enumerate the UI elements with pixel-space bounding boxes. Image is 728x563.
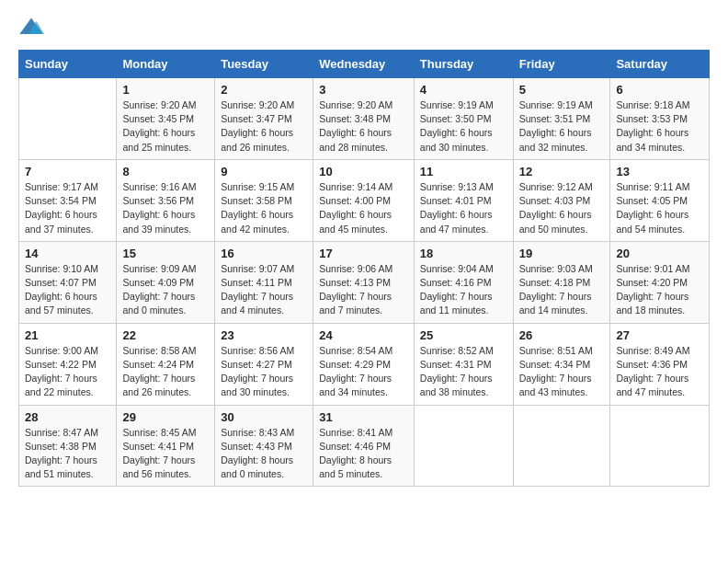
calendar-cell: 30Sunrise: 8:43 AMSunset: 4:43 PMDayligh…	[215, 405, 313, 487]
day-number: 18	[420, 247, 507, 260]
weekday-header-thursday: Thursday	[414, 51, 513, 78]
day-info: Sunrise: 9:07 AMSunset: 4:11 PMDaylight:…	[221, 262, 307, 318]
day-info: Sunrise: 8:45 AMSunset: 4:41 PMDaylight:…	[122, 426, 209, 482]
calendar-cell: 5Sunrise: 9:19 AMSunset: 3:51 PMDaylight…	[513, 78, 610, 160]
calendar-cell: 3Sunrise: 9:20 AMSunset: 3:48 PMDaylight…	[313, 78, 415, 160]
calendar-cell: 6Sunrise: 9:18 AMSunset: 3:53 PMDaylight…	[610, 78, 710, 160]
day-info: Sunrise: 9:19 AMSunset: 3:51 PMDaylight:…	[519, 98, 605, 155]
day-number: 26	[519, 328, 605, 342]
day-info: Sunrise: 9:01 AMSunset: 4:20 PMDaylight:…	[616, 262, 703, 318]
day-info: Sunrise: 8:56 AMSunset: 4:27 PMDaylight:…	[221, 344, 307, 400]
day-info: Sunrise: 9:16 AMSunset: 3:56 PMDaylight:…	[122, 180, 209, 236]
day-number: 6	[616, 83, 703, 97]
calendar-cell: 19Sunrise: 9:03 AMSunset: 4:18 PMDayligh…	[513, 241, 610, 323]
calendar-cell: 13Sunrise: 9:11 AMSunset: 4:05 PMDayligh…	[610, 159, 710, 241]
day-number: 13	[616, 165, 703, 178]
week-row-3: 14Sunrise: 9:10 AMSunset: 4:07 PMDayligh…	[19, 241, 710, 323]
weekday-header-saturday: Saturday	[610, 51, 710, 78]
day-info: Sunrise: 9:18 AMSunset: 3:53 PMDaylight:…	[616, 98, 703, 155]
calendar-cell: 2Sunrise: 9:20 AMSunset: 3:47 PMDaylight…	[215, 78, 313, 160]
weekday-header-monday: Monday	[117, 51, 215, 78]
calendar-cell: 20Sunrise: 9:01 AMSunset: 4:20 PMDayligh…	[610, 241, 710, 323]
calendar-cell: 4Sunrise: 9:19 AMSunset: 3:50 PMDaylight…	[414, 78, 513, 160]
weekday-header-tuesday: Tuesday	[215, 51, 313, 78]
calendar-cell: 26Sunrise: 8:51 AMSunset: 4:34 PMDayligh…	[513, 323, 610, 405]
day-info: Sunrise: 8:47 AMSunset: 4:38 PMDaylight:…	[25, 426, 110, 482]
day-number: 4	[420, 83, 507, 97]
calendar-table: SundayMondayTuesdayWednesdayThursdayFrid…	[18, 50, 710, 487]
day-info: Sunrise: 8:51 AMSunset: 4:34 PMDaylight:…	[519, 344, 605, 400]
calendar-cell: 22Sunrise: 8:58 AMSunset: 4:24 PMDayligh…	[117, 323, 215, 405]
day-info: Sunrise: 8:41 AMSunset: 4:46 PMDaylight:…	[319, 426, 408, 482]
day-info: Sunrise: 9:15 AMSunset: 3:58 PMDaylight:…	[221, 180, 307, 236]
calendar-cell: 24Sunrise: 8:54 AMSunset: 4:29 PMDayligh…	[313, 323, 415, 405]
day-number: 20	[616, 247, 703, 260]
day-info: Sunrise: 9:11 AMSunset: 4:05 PMDaylight:…	[616, 180, 703, 236]
calendar-cell: 11Sunrise: 9:13 AMSunset: 4:01 PMDayligh…	[414, 159, 513, 241]
day-info: Sunrise: 8:43 AMSunset: 4:43 PMDaylight:…	[221, 426, 307, 482]
calendar-cell: 23Sunrise: 8:56 AMSunset: 4:27 PMDayligh…	[215, 323, 313, 405]
day-number: 12	[519, 165, 605, 178]
day-number: 24	[319, 328, 408, 342]
day-number: 16	[221, 247, 307, 260]
day-number: 30	[221, 410, 307, 424]
week-row-5: 28Sunrise: 8:47 AMSunset: 4:38 PMDayligh…	[19, 405, 710, 487]
calendar-cell: 25Sunrise: 8:52 AMSunset: 4:31 PMDayligh…	[414, 323, 513, 405]
day-number: 28	[25, 410, 110, 424]
calendar-cell: 9Sunrise: 9:15 AMSunset: 3:58 PMDaylight…	[215, 159, 313, 241]
day-number: 11	[420, 165, 507, 178]
day-info: Sunrise: 8:49 AMSunset: 4:36 PMDaylight:…	[616, 344, 703, 400]
day-info: Sunrise: 9:20 AMSunset: 3:48 PMDaylight:…	[319, 98, 408, 155]
day-info: Sunrise: 9:12 AMSunset: 4:03 PMDaylight:…	[519, 180, 605, 236]
calendar-header-row: SundayMondayTuesdayWednesdayThursdayFrid…	[19, 51, 710, 78]
weekday-header-wednesday: Wednesday	[313, 51, 415, 78]
day-info: Sunrise: 9:10 AMSunset: 4:07 PMDaylight:…	[25, 262, 110, 318]
day-number: 21	[25, 328, 110, 342]
calendar-cell: 31Sunrise: 8:41 AMSunset: 4:46 PMDayligh…	[313, 405, 415, 487]
day-info: Sunrise: 8:58 AMSunset: 4:24 PMDaylight:…	[122, 344, 209, 400]
calendar-cell	[414, 405, 513, 487]
day-info: Sunrise: 9:14 AMSunset: 4:00 PMDaylight:…	[319, 180, 408, 236]
day-info: Sunrise: 9:19 AMSunset: 3:50 PMDaylight:…	[420, 98, 507, 155]
calendar-cell: 16Sunrise: 9:07 AMSunset: 4:11 PMDayligh…	[215, 241, 313, 323]
day-info: Sunrise: 9:00 AMSunset: 4:22 PMDaylight:…	[25, 344, 110, 400]
day-number: 2	[221, 83, 307, 97]
day-number: 27	[616, 328, 703, 342]
calendar-cell: 17Sunrise: 9:06 AMSunset: 4:13 PMDayligh…	[313, 241, 415, 323]
calendar-cell: 21Sunrise: 9:00 AMSunset: 4:22 PMDayligh…	[19, 323, 117, 405]
week-row-2: 7Sunrise: 9:17 AMSunset: 3:54 PMDaylight…	[19, 159, 710, 241]
weekday-header-sunday: Sunday	[19, 51, 117, 78]
day-number: 1	[122, 83, 209, 97]
calendar-cell: 8Sunrise: 9:16 AMSunset: 3:56 PMDaylight…	[117, 159, 215, 241]
weekday-header-friday: Friday	[513, 51, 610, 78]
day-number: 7	[25, 165, 110, 178]
calendar-cell: 15Sunrise: 9:09 AMSunset: 4:09 PMDayligh…	[117, 241, 215, 323]
day-info: Sunrise: 9:04 AMSunset: 4:16 PMDaylight:…	[420, 262, 507, 318]
day-info: Sunrise: 9:20 AMSunset: 3:45 PMDaylight:…	[122, 98, 209, 155]
calendar-cell: 28Sunrise: 8:47 AMSunset: 4:38 PMDayligh…	[19, 405, 117, 487]
day-number: 25	[420, 328, 507, 342]
calendar-cell: 14Sunrise: 9:10 AMSunset: 4:07 PMDayligh…	[19, 241, 117, 323]
calendar-cell	[19, 78, 117, 160]
day-number: 8	[122, 165, 209, 178]
calendar-cell: 27Sunrise: 8:49 AMSunset: 4:36 PMDayligh…	[610, 323, 710, 405]
day-info: Sunrise: 9:06 AMSunset: 4:13 PMDaylight:…	[319, 262, 408, 318]
calendar-cell	[610, 405, 710, 487]
day-number: 19	[519, 247, 605, 260]
day-number: 10	[319, 165, 408, 178]
calendar-cell: 12Sunrise: 9:12 AMSunset: 4:03 PMDayligh…	[513, 159, 610, 241]
calendar-cell: 1Sunrise: 9:20 AMSunset: 3:45 PMDaylight…	[117, 78, 215, 160]
calendar-cell: 10Sunrise: 9:14 AMSunset: 4:00 PMDayligh…	[313, 159, 415, 241]
day-number: 23	[221, 328, 307, 342]
day-number: 22	[122, 328, 209, 342]
calendar-cell: 7Sunrise: 9:17 AMSunset: 3:54 PMDaylight…	[19, 159, 117, 241]
week-row-1: 1Sunrise: 9:20 AMSunset: 3:45 PMDaylight…	[19, 78, 710, 160]
day-info: Sunrise: 9:03 AMSunset: 4:18 PMDaylight:…	[519, 262, 605, 318]
day-info: Sunrise: 9:17 AMSunset: 3:54 PMDaylight:…	[25, 180, 110, 236]
header	[18, 15, 710, 40]
page-container: SundayMondayTuesdayWednesdayThursdayFrid…	[0, 0, 728, 501]
calendar-cell: 29Sunrise: 8:45 AMSunset: 4:41 PMDayligh…	[117, 405, 215, 487]
day-info: Sunrise: 8:54 AMSunset: 4:29 PMDaylight:…	[319, 344, 408, 400]
logo	[18, 15, 48, 40]
day-number: 9	[221, 165, 307, 178]
